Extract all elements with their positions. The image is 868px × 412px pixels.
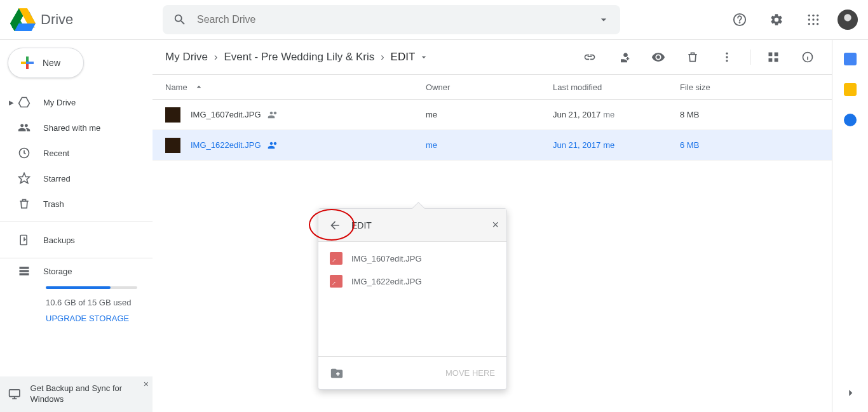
file-thumbnail bbox=[165, 138, 180, 153]
star-icon bbox=[17, 171, 32, 186]
chevron-right-icon[interactable]: ▶ bbox=[8, 99, 15, 106]
close-icon[interactable]: × bbox=[492, 218, 499, 232]
file-modified: Jun 21, 2017 bbox=[553, 110, 600, 119]
drive-logo-icon bbox=[10, 7, 36, 32]
recent-icon bbox=[17, 145, 32, 161]
calendar-app-icon[interactable] bbox=[844, 53, 857, 65]
shared-icon bbox=[17, 120, 32, 135]
col-modified[interactable]: Last modified bbox=[553, 83, 680, 92]
file-modified: Jun 21, 2017 bbox=[553, 140, 600, 150]
grid-view-icon[interactable] bbox=[762, 46, 785, 69]
move-item-label: IMG_1622edit.JPG bbox=[351, 277, 422, 286]
file-row[interactable]: IMG_1622edit.JPG me Jun 21, 2017me 6 MB bbox=[153, 130, 832, 161]
nav-backups[interactable]: Backups bbox=[0, 227, 153, 253]
help-icon[interactable] bbox=[727, 7, 752, 32]
sidebar: New ▶ My Drive Shared with me Recent Sta… bbox=[0, 40, 153, 412]
svg-rect-20 bbox=[26, 62, 29, 64]
storage-block: 10.6 GB of 15 GB used UPGRADE STORAGE bbox=[0, 286, 153, 323]
sort-arrow-up-icon bbox=[194, 82, 204, 92]
col-size[interactable]: File size bbox=[680, 83, 819, 92]
breadcrumb: My Drive › Event - Pre Wedding Lily & Kr… bbox=[165, 51, 429, 63]
logo-area[interactable]: Drive bbox=[10, 7, 163, 32]
get-link-icon[interactable] bbox=[578, 46, 601, 69]
apps-icon[interactable] bbox=[801, 7, 826, 32]
my-drive-icon bbox=[17, 95, 32, 110]
svg-point-29 bbox=[726, 53, 728, 55]
share-icon[interactable] bbox=[613, 46, 635, 69]
search-options-icon[interactable] bbox=[597, 13, 610, 26]
svg-rect-33 bbox=[775, 53, 778, 56]
chevron-right-icon: › bbox=[214, 51, 217, 63]
nav-recent[interactable]: Recent bbox=[0, 140, 153, 166]
svg-point-30 bbox=[726, 56, 728, 58]
backup-banner[interactable]: Get Backup and Sync for Windows × bbox=[0, 376, 153, 412]
nav: ▶ My Drive Shared with me Recent Starred… bbox=[0, 90, 153, 216]
nav-label: Storage bbox=[43, 267, 72, 276]
new-button[interactable]: New bbox=[8, 48, 84, 78]
svg-point-31 bbox=[726, 60, 728, 62]
chevron-right-icon: › bbox=[381, 51, 384, 63]
shared-indicator-icon bbox=[268, 109, 279, 121]
file-size: 6 MB bbox=[680, 140, 819, 150]
trash-icon bbox=[17, 196, 32, 211]
svg-point-17 bbox=[808, 23, 810, 25]
chevron-right-icon[interactable] bbox=[844, 387, 857, 399]
file-owner: me bbox=[426, 140, 553, 150]
keep-app-icon[interactable] bbox=[844, 83, 857, 96]
breadcrumb-current[interactable]: EDIT bbox=[391, 51, 430, 63]
breadcrumb-root[interactable]: My Drive bbox=[165, 51, 208, 63]
move-item[interactable]: IMG_1622edit.JPG bbox=[318, 270, 506, 293]
move-popup-header: EDIT × bbox=[318, 209, 506, 242]
move-item[interactable]: IMG_1607edit.JPG bbox=[318, 247, 506, 270]
new-folder-icon[interactable] bbox=[330, 366, 344, 380]
move-popup-footer: MOVE HERE bbox=[318, 356, 506, 389]
svg-point-16 bbox=[817, 18, 818, 20]
divider bbox=[0, 222, 153, 222]
delete-icon[interactable] bbox=[681, 46, 704, 69]
divider bbox=[0, 258, 153, 258]
move-popup-title: EDIT bbox=[351, 220, 372, 230]
file-modified-by: me bbox=[603, 110, 614, 119]
nav-starred[interactable]: Starred bbox=[0, 166, 153, 191]
move-here-button[interactable]: MOVE HERE bbox=[445, 368, 495, 378]
more-icon[interactable] bbox=[715, 46, 738, 69]
details-icon[interactable] bbox=[796, 46, 819, 69]
settings-icon[interactable] bbox=[764, 7, 789, 32]
breadcrumb-current-label: EDIT bbox=[391, 51, 416, 63]
chevron-down-icon bbox=[419, 52, 429, 62]
nav-storage[interactable]: Storage bbox=[0, 263, 153, 279]
upgrade-storage-link[interactable]: UPGRADE STORAGE bbox=[46, 314, 137, 323]
close-icon[interactable]: × bbox=[144, 379, 149, 389]
new-button-label: New bbox=[43, 58, 60, 68]
search-bar[interactable] bbox=[163, 5, 620, 34]
svg-point-12 bbox=[812, 15, 814, 17]
col-owner[interactable]: Owner bbox=[426, 83, 553, 92]
svg-rect-26 bbox=[20, 270, 29, 272]
svg-rect-34 bbox=[769, 58, 773, 62]
nav-label: Backups bbox=[43, 236, 75, 245]
svg-point-19 bbox=[817, 23, 818, 25]
nav-my-drive[interactable]: ▶ My Drive bbox=[0, 90, 153, 115]
file-thumbnail bbox=[165, 107, 180, 123]
separator bbox=[750, 50, 750, 65]
nav-trash[interactable]: Trash bbox=[0, 191, 153, 216]
move-popup-body: IMG_1607edit.JPG IMG_1622edit.JPG bbox=[318, 242, 506, 356]
tasks-app-icon[interactable] bbox=[844, 114, 857, 126]
breadcrumb-folder[interactable]: Event - Pre Wedding Lily & Kris bbox=[224, 51, 374, 63]
svg-rect-28 bbox=[10, 390, 20, 397]
back-arrow-icon[interactable] bbox=[329, 219, 341, 232]
header-actions bbox=[714, 7, 858, 32]
storage-used-text: 10.6 GB of 15 GB used bbox=[46, 298, 137, 307]
account-avatar[interactable] bbox=[837, 10, 858, 30]
nav-label: My Drive bbox=[43, 98, 76, 107]
toolbar-actions bbox=[578, 46, 819, 69]
move-item-label: IMG_1607edit.JPG bbox=[351, 254, 422, 263]
file-row[interactable]: IMG_1607edit.JPG me Jun 21, 2017me 8 MB bbox=[153, 100, 832, 130]
app-name: Drive bbox=[41, 11, 73, 28]
preview-icon[interactable] bbox=[647, 46, 670, 69]
storage-bar bbox=[46, 286, 137, 289]
nav-shared[interactable]: Shared with me bbox=[0, 115, 153, 140]
col-name[interactable]: Name bbox=[165, 82, 426, 92]
desktop-icon bbox=[8, 387, 22, 402]
search-input[interactable] bbox=[197, 14, 597, 25]
